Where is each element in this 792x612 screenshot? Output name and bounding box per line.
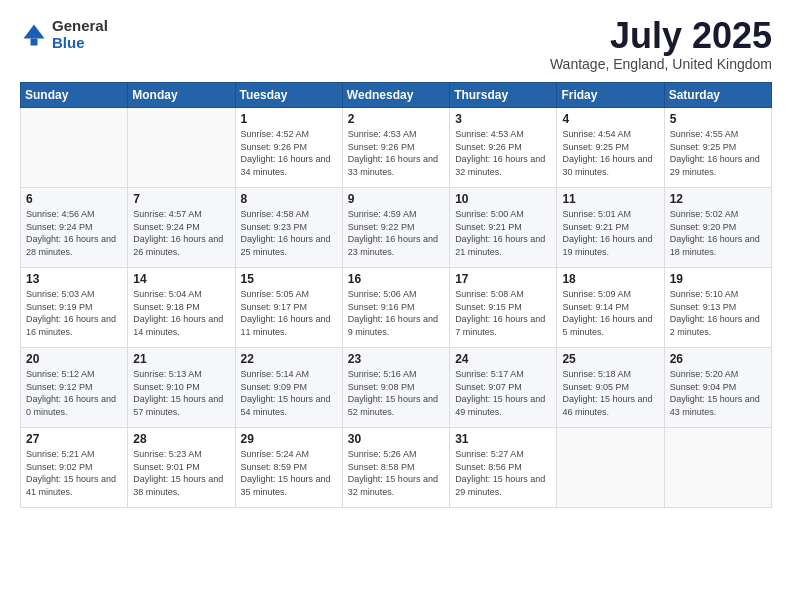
- day-detail: Sunrise: 5:05 AM Sunset: 9:17 PM Dayligh…: [241, 288, 337, 338]
- day-number: 4: [562, 112, 658, 126]
- title-section: July 2025 Wantage, England, United Kingd…: [550, 18, 772, 72]
- calendar-week-row: 20Sunrise: 5:12 AM Sunset: 9:12 PM Dayli…: [21, 348, 772, 428]
- logo-icon: [20, 21, 48, 49]
- svg-marker-0: [24, 24, 45, 38]
- calendar-day-cell: 11Sunrise: 5:01 AM Sunset: 9:21 PM Dayli…: [557, 188, 664, 268]
- day-number: 22: [241, 352, 337, 366]
- calendar-day-cell: 15Sunrise: 5:05 AM Sunset: 9:17 PM Dayli…: [235, 268, 342, 348]
- day-of-week-header: Monday: [128, 83, 235, 108]
- calendar-day-cell: 22Sunrise: 5:14 AM Sunset: 9:09 PM Dayli…: [235, 348, 342, 428]
- day-detail: Sunrise: 4:59 AM Sunset: 9:22 PM Dayligh…: [348, 208, 444, 258]
- calendar-day-cell: 24Sunrise: 5:17 AM Sunset: 9:07 PM Dayli…: [450, 348, 557, 428]
- day-number: 26: [670, 352, 766, 366]
- calendar-day-cell: 23Sunrise: 5:16 AM Sunset: 9:08 PM Dayli…: [342, 348, 449, 428]
- day-detail: Sunrise: 4:53 AM Sunset: 9:26 PM Dayligh…: [348, 128, 444, 178]
- day-number: 20: [26, 352, 122, 366]
- logo-blue: Blue: [52, 35, 108, 52]
- day-number: 30: [348, 432, 444, 446]
- calendar-day-cell: 13Sunrise: 5:03 AM Sunset: 9:19 PM Dayli…: [21, 268, 128, 348]
- calendar-day-cell: 6Sunrise: 4:56 AM Sunset: 9:24 PM Daylig…: [21, 188, 128, 268]
- calendar-day-cell: 12Sunrise: 5:02 AM Sunset: 9:20 PM Dayli…: [664, 188, 771, 268]
- calendar-day-cell: [128, 108, 235, 188]
- day-of-week-header: Saturday: [664, 83, 771, 108]
- calendar-day-cell: 4Sunrise: 4:54 AM Sunset: 9:25 PM Daylig…: [557, 108, 664, 188]
- calendar-day-cell: 5Sunrise: 4:55 AM Sunset: 9:25 PM Daylig…: [664, 108, 771, 188]
- day-number: 21: [133, 352, 229, 366]
- day-number: 23: [348, 352, 444, 366]
- day-of-week-header: Thursday: [450, 83, 557, 108]
- calendar-week-row: 1Sunrise: 4:52 AM Sunset: 9:26 PM Daylig…: [21, 108, 772, 188]
- header: General Blue July 2025 Wantage, England,…: [20, 18, 772, 72]
- day-number: 31: [455, 432, 551, 446]
- day-detail: Sunrise: 5:14 AM Sunset: 9:09 PM Dayligh…: [241, 368, 337, 418]
- day-detail: Sunrise: 4:52 AM Sunset: 9:26 PM Dayligh…: [241, 128, 337, 178]
- calendar-day-cell: 28Sunrise: 5:23 AM Sunset: 9:01 PM Dayli…: [128, 428, 235, 508]
- calendar-day-cell: 3Sunrise: 4:53 AM Sunset: 9:26 PM Daylig…: [450, 108, 557, 188]
- day-detail: Sunrise: 4:57 AM Sunset: 9:24 PM Dayligh…: [133, 208, 229, 258]
- day-number: 24: [455, 352, 551, 366]
- calendar-day-cell: 19Sunrise: 5:10 AM Sunset: 9:13 PM Dayli…: [664, 268, 771, 348]
- day-detail: Sunrise: 5:08 AM Sunset: 9:15 PM Dayligh…: [455, 288, 551, 338]
- calendar-day-cell: 1Sunrise: 4:52 AM Sunset: 9:26 PM Daylig…: [235, 108, 342, 188]
- day-detail: Sunrise: 5:10 AM Sunset: 9:13 PM Dayligh…: [670, 288, 766, 338]
- day-number: 5: [670, 112, 766, 126]
- logo-text: General Blue: [52, 18, 108, 51]
- calendar-day-cell: 29Sunrise: 5:24 AM Sunset: 8:59 PM Dayli…: [235, 428, 342, 508]
- day-detail: Sunrise: 5:02 AM Sunset: 9:20 PM Dayligh…: [670, 208, 766, 258]
- day-detail: Sunrise: 5:09 AM Sunset: 9:14 PM Dayligh…: [562, 288, 658, 338]
- calendar-day-cell: 31Sunrise: 5:27 AM Sunset: 8:56 PM Dayli…: [450, 428, 557, 508]
- day-detail: Sunrise: 4:56 AM Sunset: 9:24 PM Dayligh…: [26, 208, 122, 258]
- calendar-day-cell: 8Sunrise: 4:58 AM Sunset: 9:23 PM Daylig…: [235, 188, 342, 268]
- day-number: 15: [241, 272, 337, 286]
- day-number: 9: [348, 192, 444, 206]
- calendar-day-cell: [664, 428, 771, 508]
- calendar-week-row: 6Sunrise: 4:56 AM Sunset: 9:24 PM Daylig…: [21, 188, 772, 268]
- day-detail: Sunrise: 5:06 AM Sunset: 9:16 PM Dayligh…: [348, 288, 444, 338]
- day-detail: Sunrise: 5:26 AM Sunset: 8:58 PM Dayligh…: [348, 448, 444, 498]
- day-number: 8: [241, 192, 337, 206]
- location: Wantage, England, United Kingdom: [550, 56, 772, 72]
- day-detail: Sunrise: 5:20 AM Sunset: 9:04 PM Dayligh…: [670, 368, 766, 418]
- calendar-day-cell: 2Sunrise: 4:53 AM Sunset: 9:26 PM Daylig…: [342, 108, 449, 188]
- day-number: 18: [562, 272, 658, 286]
- day-detail: Sunrise: 5:16 AM Sunset: 9:08 PM Dayligh…: [348, 368, 444, 418]
- day-number: 2: [348, 112, 444, 126]
- day-detail: Sunrise: 5:18 AM Sunset: 9:05 PM Dayligh…: [562, 368, 658, 418]
- day-of-week-header: Tuesday: [235, 83, 342, 108]
- day-detail: Sunrise: 5:04 AM Sunset: 9:18 PM Dayligh…: [133, 288, 229, 338]
- svg-rect-1: [31, 38, 38, 45]
- calendar-day-cell: 27Sunrise: 5:21 AM Sunset: 9:02 PM Dayli…: [21, 428, 128, 508]
- calendar-day-cell: 30Sunrise: 5:26 AM Sunset: 8:58 PM Dayli…: [342, 428, 449, 508]
- day-detail: Sunrise: 5:13 AM Sunset: 9:10 PM Dayligh…: [133, 368, 229, 418]
- day-detail: Sunrise: 5:17 AM Sunset: 9:07 PM Dayligh…: [455, 368, 551, 418]
- day-of-week-header: Sunday: [21, 83, 128, 108]
- day-number: 7: [133, 192, 229, 206]
- calendar: SundayMondayTuesdayWednesdayThursdayFrid…: [20, 82, 772, 508]
- calendar-day-cell: [21, 108, 128, 188]
- day-number: 3: [455, 112, 551, 126]
- month-title: July 2025: [550, 18, 772, 54]
- day-number: 1: [241, 112, 337, 126]
- calendar-day-cell: 18Sunrise: 5:09 AM Sunset: 9:14 PM Dayli…: [557, 268, 664, 348]
- calendar-header-row: SundayMondayTuesdayWednesdayThursdayFrid…: [21, 83, 772, 108]
- day-number: 19: [670, 272, 766, 286]
- day-number: 11: [562, 192, 658, 206]
- calendar-day-cell: 20Sunrise: 5:12 AM Sunset: 9:12 PM Dayli…: [21, 348, 128, 428]
- day-of-week-header: Friday: [557, 83, 664, 108]
- day-detail: Sunrise: 5:23 AM Sunset: 9:01 PM Dayligh…: [133, 448, 229, 498]
- day-detail: Sunrise: 4:55 AM Sunset: 9:25 PM Dayligh…: [670, 128, 766, 178]
- logo-general: General: [52, 18, 108, 35]
- day-detail: Sunrise: 5:24 AM Sunset: 8:59 PM Dayligh…: [241, 448, 337, 498]
- calendar-day-cell: 21Sunrise: 5:13 AM Sunset: 9:10 PM Dayli…: [128, 348, 235, 428]
- day-number: 25: [562, 352, 658, 366]
- day-detail: Sunrise: 4:54 AM Sunset: 9:25 PM Dayligh…: [562, 128, 658, 178]
- day-number: 28: [133, 432, 229, 446]
- day-number: 17: [455, 272, 551, 286]
- logo: General Blue: [20, 18, 108, 51]
- day-detail: Sunrise: 4:53 AM Sunset: 9:26 PM Dayligh…: [455, 128, 551, 178]
- day-number: 12: [670, 192, 766, 206]
- calendar-day-cell: 7Sunrise: 4:57 AM Sunset: 9:24 PM Daylig…: [128, 188, 235, 268]
- day-detail: Sunrise: 5:00 AM Sunset: 9:21 PM Dayligh…: [455, 208, 551, 258]
- day-detail: Sunrise: 5:01 AM Sunset: 9:21 PM Dayligh…: [562, 208, 658, 258]
- day-number: 27: [26, 432, 122, 446]
